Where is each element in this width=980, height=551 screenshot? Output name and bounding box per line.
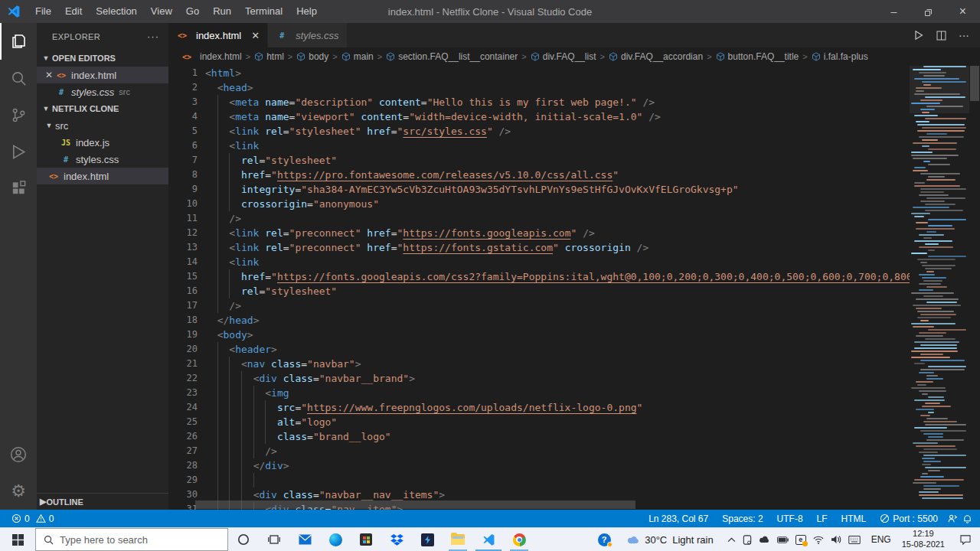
- close-editor-icon[interactable]: ✕: [43, 70, 55, 80]
- horizontal-scrollbar[interactable]: [195, 500, 635, 509]
- vertical-scrollbar-thumb[interactable]: [970, 66, 979, 101]
- code-line: 15 href="https://fonts.googleapis.com/cs…: [168, 269, 910, 284]
- editor-pane[interactable]: 1<html>2 <head>3 <meta name="description…: [168, 66, 980, 510]
- menu-run[interactable]: Run: [206, 0, 238, 23]
- more-actions-icon[interactable]: ···: [959, 29, 969, 41]
- explorer-more-icon[interactable]: ···: [147, 31, 159, 42]
- menu-selection[interactable]: Selection: [89, 0, 143, 23]
- restore-icon[interactable]: [911, 0, 946, 23]
- breadcrumb-item[interactable]: button.FAQ__title: [716, 51, 799, 62]
- microsoft-store-icon[interactable]: [351, 528, 381, 551]
- language-indicator[interactable]: ENG: [867, 528, 896, 551]
- close-tab-icon[interactable]: ✕: [251, 30, 260, 41]
- task-view-button[interactable]: [259, 528, 289, 551]
- dropbox-icon[interactable]: [381, 528, 412, 551]
- tab-index-html[interactable]: <> index.html ✕: [168, 23, 268, 47]
- open-editors-header[interactable]: ▼ OPEN EDITORS: [37, 50, 168, 67]
- language-mode[interactable]: HTML: [837, 514, 871, 524]
- volume-icon[interactable]: [831, 535, 841, 544]
- minimap-line: [914, 341, 959, 343]
- line-number: 2: [168, 80, 198, 95]
- window-title: index.html - Netflix Clone - Visual Stud…: [388, 6, 592, 18]
- run-icon[interactable]: [913, 30, 924, 41]
- settings-gear-icon[interactable]: ⚙: [0, 473, 37, 510]
- chrome-browser-icon[interactable]: [504, 528, 534, 551]
- minimap[interactable]: [910, 66, 969, 510]
- split-editor-icon[interactable]: [936, 31, 946, 41]
- your-phone-icon[interactable]: [743, 535, 752, 545]
- open-editor-index-html[interactable]: ✕ <> index.html: [37, 67, 168, 83]
- dev-tool-bolt-icon[interactable]: [412, 528, 443, 551]
- search-icon[interactable]: [0, 60, 37, 96]
- menu-go[interactable]: Go: [179, 0, 206, 23]
- code-area[interactable]: 1<html>2 <head>3 <meta name="description…: [168, 66, 910, 510]
- file-index-js[interactable]: JS index.js: [37, 134, 168, 151]
- wifi-icon[interactable]: [813, 536, 824, 544]
- cortana-button[interactable]: [228, 528, 259, 551]
- code-line: 19 <body>: [168, 328, 910, 342]
- minimize-icon[interactable]: –: [877, 0, 911, 23]
- vscode-taskbar-icon[interactable]: [473, 528, 504, 551]
- tab-styles-css[interactable]: # styles.css: [268, 23, 347, 47]
- menu-edit[interactable]: Edit: [58, 0, 89, 23]
- source-control-icon[interactable]: [0, 96, 37, 133]
- breadcrumb-item[interactable]: i.fal.fa-plus: [812, 51, 868, 62]
- breadcrumb-item[interactable]: body: [296, 51, 328, 62]
- tray-expand-icon[interactable]: [727, 537, 736, 543]
- onedrive-cloud-icon[interactable]: [759, 536, 770, 543]
- activity-bar: ⚙: [0, 23, 37, 510]
- menu-help[interactable]: Help: [289, 0, 324, 23]
- run-debug-icon[interactable]: [0, 133, 37, 170]
- line-number: 7: [168, 153, 198, 168]
- eol-setting[interactable]: LF: [812, 514, 832, 524]
- minimap-line: [911, 350, 958, 352]
- menu-terminal[interactable]: Terminal: [238, 0, 289, 23]
- live-server-port[interactable]: Port : 5500: [875, 514, 942, 524]
- menu-file[interactable]: File: [28, 0, 58, 23]
- breadcrumb-item[interactable]: main: [341, 51, 374, 62]
- line-number: 18: [168, 313, 198, 328]
- clock-time: 12:19: [902, 529, 945, 540]
- edge-browser-icon[interactable]: [320, 528, 351, 551]
- touch-keyboard-icon[interactable]: [848, 536, 861, 544]
- breadcrumb-item[interactable]: html: [254, 51, 284, 62]
- feedback-icon[interactable]: [947, 514, 958, 523]
- breadcrumb-item[interactable]: div.FAQ__list: [531, 51, 596, 62]
- explorer-icon[interactable]: [0, 23, 37, 60]
- vertical-scrollbar[interactable]: [969, 66, 980, 510]
- battery-icon[interactable]: [777, 536, 789, 543]
- file-styles-css[interactable]: # styles.css: [37, 151, 168, 168]
- mail-app-icon[interactable]: [289, 528, 320, 551]
- line-number: 23: [168, 386, 198, 400]
- project-folder-header[interactable]: ▼ NETFLIX CLONE: [37, 100, 168, 117]
- encoding-setting[interactable]: UTF-8: [773, 514, 808, 524]
- minimap-line: [919, 283, 941, 285]
- menu-view[interactable]: View: [144, 0, 179, 23]
- notifications-bell-icon[interactable]: [962, 514, 972, 523]
- help-badge-icon[interactable]: ?: [589, 528, 619, 551]
- clock[interactable]: 12:19 15-08-2021: [896, 528, 951, 551]
- close-icon[interactable]: ×: [946, 0, 980, 23]
- weather-widget[interactable]: 30°C Light rain: [619, 528, 721, 551]
- account-icon[interactable]: [0, 436, 37, 473]
- file-explorer-icon[interactable]: [443, 528, 473, 551]
- folder-src[interactable]: ▼ src: [37, 117, 168, 134]
- problems-indicator[interactable]: 0 0: [8, 514, 57, 524]
- breadcrumb-item[interactable]: <>index.html: [181, 51, 242, 62]
- ime-app-badge-icon[interactable]: e: [795, 535, 806, 545]
- minimap-line: [925, 118, 966, 119]
- breadcrumb-item[interactable]: div.FAQ__accordian: [609, 51, 703, 62]
- indentation-setting[interactable]: Spaces: 2: [717, 514, 767, 524]
- open-editor-styles-css[interactable]: # styles.css src: [37, 83, 168, 100]
- start-button[interactable]: [0, 528, 35, 551]
- taskbar-search[interactable]: Type here to search: [35, 528, 228, 551]
- outline-section[interactable]: ▶ OUTLINE: [37, 493, 168, 510]
- file-index-html[interactable]: <> index.html: [37, 168, 168, 184]
- indent-guide: [229, 473, 230, 487]
- minimap-line: [916, 121, 929, 122]
- breadcrumb-item[interactable]: section.FAQ__list__container: [386, 51, 518, 62]
- indent-guide: [217, 284, 218, 298]
- extensions-icon[interactable]: [0, 170, 37, 207]
- cursor-position[interactable]: Ln 283, Col 67: [644, 514, 713, 524]
- action-center-icon[interactable]: [951, 528, 980, 551]
